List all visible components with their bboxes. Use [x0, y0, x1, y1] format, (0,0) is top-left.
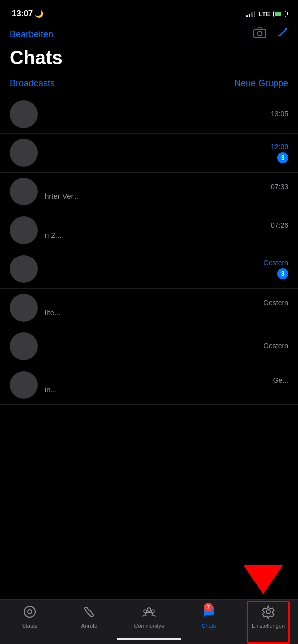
chats-badge: 7 [204, 603, 213, 612]
header-icons [253, 27, 288, 42]
chat-item-3[interactable]: 07:33 hrter Ver... [0, 173, 298, 211]
avatar [10, 332, 38, 360]
moon-icon: 🌙 [35, 10, 43, 18]
tab-label-anrufe: Anrufe [81, 623, 97, 629]
unread-badge: 3 [277, 152, 288, 163]
header: Bearbeiten Chats [0, 25, 298, 74]
chat-content: 07:33 hrter Ver... [45, 183, 288, 200]
chat-preview: n 2... [45, 231, 288, 239]
camera-icon[interactable] [253, 27, 266, 41]
chat-content: 07:26 n 2... [45, 221, 288, 239]
chat-content: Ge... in... [45, 376, 288, 394]
status-bar: 13:07 🌙 LTE [0, 0, 298, 25]
chat-item-6[interactable]: Gestern llte... [0, 289, 298, 327]
signal-bar-2 [249, 14, 250, 17]
arrow-down [243, 565, 283, 594]
tab-item-anrufe[interactable]: Anrufe [60, 605, 119, 629]
avatar [10, 294, 38, 322]
chat-preview: llte... [45, 308, 288, 317]
svg-point-8 [266, 610, 270, 614]
phone-icon [82, 605, 96, 621]
tab-item-communitys[interactable]: Communitys [119, 605, 179, 629]
chat-time: 13:05 [271, 110, 288, 118]
chat-content: 12:09 3 [45, 143, 288, 163]
chat-time: Gestern [263, 299, 288, 307]
avatar [10, 371, 38, 399]
chat-content: 13:05 [45, 110, 288, 119]
chat-content: Gestern 3 [45, 259, 288, 279]
svg-point-3 [24, 606, 35, 617]
chat-time: 12:09 [271, 143, 288, 151]
avatar [10, 139, 38, 167]
status-icon [23, 605, 37, 621]
home-indicator [117, 638, 181, 640]
chat-item-5[interactable]: Gestern 3 [0, 250, 298, 289]
chat-list: 13:05 12:09 3 07:33 [0, 95, 298, 405]
signal-bar-3 [251, 12, 253, 17]
tab-label-chats: Chats [202, 623, 216, 629]
broadcasts-link[interactable]: Broadcasts [10, 78, 55, 89]
broadcasts-row: Broadcasts Neue Gruppe [0, 74, 298, 95]
chat-item-2[interactable]: 12:09 3 [0, 134, 298, 173]
signal-bar-1 [246, 15, 248, 17]
tab-item-chats[interactable]: 7 Chats [179, 605, 238, 629]
tab-label-status: Status [22, 623, 37, 629]
chat-time: Gestern [263, 259, 288, 267]
signal-bar-4 [254, 11, 255, 17]
edit-button[interactable]: Bearbeiten [10, 29, 53, 40]
lte-label: LTE [258, 10, 270, 18]
tab-label-communitys: Communitys [134, 623, 164, 629]
svg-point-6 [144, 610, 147, 613]
avatar [10, 178, 38, 205]
chat-item-4[interactable]: 07:26 n 2... [0, 211, 298, 250]
svg-rect-0 [254, 29, 266, 38]
avatar [10, 100, 38, 128]
status-right: LTE [246, 10, 286, 18]
avatar [10, 255, 38, 283]
battery-fill [275, 12, 282, 16]
svg-point-1 [258, 31, 262, 36]
header-actions: Bearbeiten [10, 25, 288, 48]
chat-item-8[interactable]: Ge... in... [0, 366, 298, 405]
chat-item-1[interactable]: 13:05 [0, 95, 298, 134]
battery-icon [273, 11, 286, 17]
arrow-indicator [243, 565, 283, 594]
neue-gruppe-link[interactable]: Neue Gruppe [234, 78, 288, 89]
chat-preview: hrter Ver... [45, 192, 288, 200]
community-icon [142, 605, 156, 621]
chat-content: Gestern [45, 342, 288, 351]
page-title: Chats [10, 48, 288, 74]
tab-item-status[interactable]: Status [0, 605, 60, 629]
signal-bars [246, 10, 255, 17]
chat-time: 07:33 [271, 183, 288, 191]
svg-point-4 [28, 610, 32, 614]
status-time: 13:07 [12, 9, 33, 19]
svg-point-5 [147, 608, 151, 612]
svg-point-7 [151, 610, 154, 613]
chat-content: Gestern llte... [45, 299, 288, 317]
avatar [10, 216, 38, 244]
chat-time: Gestern [263, 342, 288, 350]
chat-preview: in... [45, 386, 288, 394]
tab-item-einstellungen[interactable]: Einstellungen [238, 605, 298, 629]
unread-badge: 3 [277, 268, 288, 279]
chat-time: Ge... [273, 376, 288, 384]
chat-item-7[interactable]: Gestern [0, 327, 298, 366]
settings-icon [261, 605, 275, 621]
chat-time: 07:26 [271, 221, 288, 229]
tab-label-einstellungen: Einstellungen [252, 623, 285, 629]
compose-icon[interactable] [276, 27, 288, 42]
